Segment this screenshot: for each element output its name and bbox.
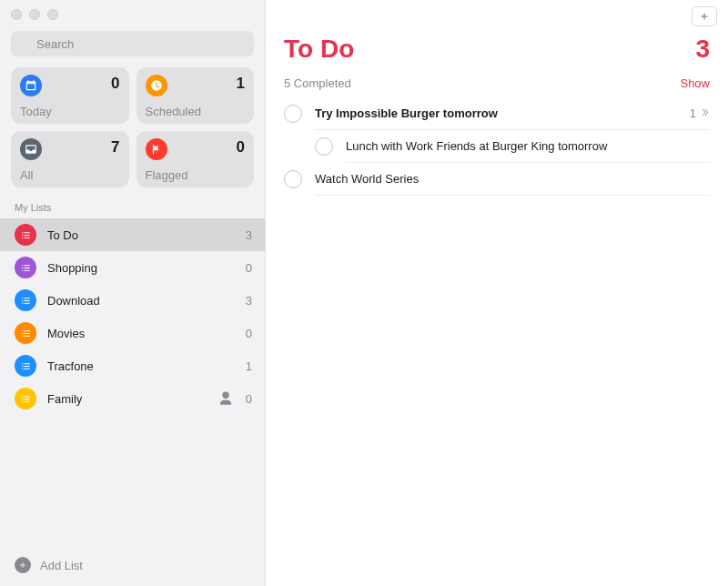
zoom-window-icon[interactable]	[47, 9, 58, 20]
smart-list-count: 7	[111, 138, 119, 157]
reminder-title: Try Impossible Burger tomorrow	[315, 106, 498, 120]
list-name-label: Family	[47, 392, 207, 406]
section-header-my-lists: My Lists	[0, 200, 265, 218]
sidebar-list-family[interactable]: Family0	[0, 382, 265, 415]
smart-list-count: 0	[111, 75, 119, 93]
list-count: 3	[243, 228, 252, 242]
app-window: 0 Today 1 Scheduled 7	[0, 0, 728, 586]
reminder-subtask[interactable]: Lunch with Work Friends at Burger King t…	[266, 130, 728, 163]
list-bullet-icon	[15, 388, 36, 409]
clock-icon	[146, 75, 167, 96]
sidebar-list-tracfone[interactable]: Tracfone1	[0, 349, 265, 382]
search-input[interactable]	[11, 31, 254, 56]
reminder-title: Lunch with Work Friends at Burger King t…	[346, 139, 607, 153]
list-bullet-icon	[15, 322, 36, 344]
completed-count-label: 5 Completed	[284, 76, 351, 90]
plus-icon	[699, 11, 710, 22]
smart-list-today[interactable]: 0 Today	[11, 67, 129, 124]
smart-list-count: 0	[237, 138, 245, 157]
my-lists: To Do3Shopping0Download3Movies0Tracfone1…	[0, 218, 265, 546]
list-bullet-icon	[15, 289, 36, 311]
list-title: To Do	[284, 35, 354, 64]
reminder-title: Watch World Series	[315, 172, 419, 186]
smart-list-label: Flagged	[146, 168, 246, 182]
smart-list-flagged[interactable]: 0 Flagged	[136, 131, 255, 187]
close-window-icon[interactable]	[11, 9, 22, 20]
search-container	[0, 27, 265, 67]
main-pane: To Do 3 5 Completed Show Try Impossible …	[266, 0, 728, 586]
add-list-button[interactable]: Add List	[0, 546, 265, 586]
shared-icon	[217, 390, 234, 407]
add-list-label: Add List	[40, 559, 83, 572]
list-count: 3	[243, 294, 252, 308]
list-count: 0	[243, 327, 252, 340]
smart-list-label: Scheduled	[146, 105, 246, 118]
list-name-label: Tracfone	[47, 359, 232, 373]
list-header: To Do 3	[266, 33, 728, 73]
window-controls	[0, 0, 265, 27]
reminder-item[interactable]: Try Impossible Burger tomorrow1	[266, 97, 728, 130]
reminders-list: Try Impossible Burger tomorrow1Lunch wit…	[266, 97, 728, 196]
add-reminder-button[interactable]	[692, 6, 717, 26]
flag-icon	[146, 138, 167, 160]
list-bullet-icon	[15, 224, 36, 246]
list-count: 0	[243, 392, 252, 406]
tray-icon	[20, 138, 42, 160]
sidebar-list-to-do[interactable]: To Do3	[0, 218, 265, 251]
chevron-right-icon	[700, 106, 710, 120]
smart-list-label: Today	[20, 105, 120, 118]
list-count: 0	[243, 261, 252, 275]
complete-toggle[interactable]	[315, 137, 333, 156]
subtask-indicator[interactable]: 1	[690, 106, 710, 120]
sidebar-list-download[interactable]: Download3	[0, 284, 265, 317]
smart-list-scheduled[interactable]: 1 Scheduled	[136, 67, 255, 124]
complete-toggle[interactable]	[284, 170, 302, 188]
completed-bar: 5 Completed Show	[266, 73, 728, 97]
smart-lists: 0 Today 1 Scheduled 7	[0, 67, 265, 200]
smart-list-count: 1	[237, 75, 245, 93]
sidebar-list-shopping[interactable]: Shopping0	[0, 251, 265, 284]
list-bullet-icon	[15, 257, 36, 278]
show-completed-link[interactable]: Show	[680, 76, 710, 90]
reminder-item[interactable]: Watch World Series	[266, 163, 728, 196]
list-name-label: Download	[47, 294, 232, 308]
list-count: 1	[243, 359, 252, 373]
list-total-count: 3	[695, 35, 710, 64]
calendar-icon	[20, 75, 42, 96]
sidebar-list-movies[interactable]: Movies0	[0, 317, 265, 349]
subtask-count: 1	[690, 106, 696, 120]
list-name-label: Shopping	[47, 261, 232, 275]
smart-list-label: All	[20, 168, 120, 182]
smart-list-all[interactable]: 7 All	[11, 131, 129, 187]
sidebar: 0 Today 1 Scheduled 7	[0, 0, 266, 586]
minimize-window-icon[interactable]	[29, 9, 40, 20]
list-name-label: Movies	[47, 327, 232, 340]
list-bullet-icon	[15, 355, 36, 377]
toolbar	[266, 0, 728, 33]
plus-circle-icon	[15, 557, 31, 573]
list-name-label: To Do	[47, 228, 232, 242]
complete-toggle[interactable]	[284, 105, 302, 123]
